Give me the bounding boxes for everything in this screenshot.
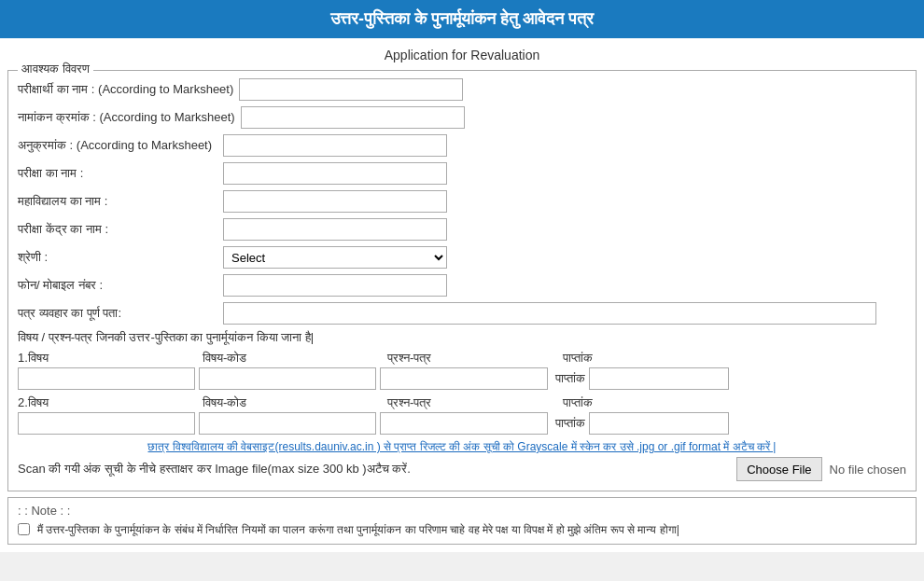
college-row: महाविद्यालय का नाम :	[18, 190, 906, 213]
scan-row: Scan की गयी अंक सूची के नीचे हस्ताक्षर क…	[18, 457, 906, 481]
subject2-prashan-header: प्रश्न-पत्र	[387, 395, 555, 410]
roll-row: अनुक्रमांक : (According to Marksheet)	[18, 134, 906, 157]
college-input[interactable]	[223, 190, 447, 213]
subject1-praptank-input[interactable]	[589, 367, 729, 390]
subject2-praptank-header: पाप्तांक	[563, 395, 593, 410]
mobile-input[interactable]	[223, 274, 447, 297]
note-label: : : Note : :	[18, 504, 906, 518]
category-row: श्रेणी : Select General OBC SC ST	[18, 246, 906, 269]
note-checkbox[interactable]	[18, 523, 30, 535]
enrollment-row: नामांकन क्रमांक : (According to Markshee…	[18, 106, 906, 129]
category-select[interactable]: Select General OBC SC ST	[223, 246, 447, 269]
enrollment-input[interactable]	[241, 106, 465, 129]
address-label: पत्र व्यवहार का पूर्ण पता:	[18, 306, 223, 321]
subject-row1-inputs: पाप्तांक	[18, 367, 906, 390]
college-label: महाविद्यालय का नाम :	[18, 194, 223, 209]
header-english: Application for Revaluation	[7, 42, 917, 66]
mobile-row: फोन/ मोबाइल नंबर :	[18, 274, 906, 297]
center-input[interactable]	[223, 218, 447, 241]
subject1-code-input[interactable]	[199, 367, 376, 390]
roll-label: अनुक्रमांक : (According to Marksheet)	[18, 138, 223, 153]
address-row: पत्र व्यवहार का पूर्ण पता:	[18, 302, 906, 325]
file-chosen-text: No file chosen	[830, 463, 906, 477]
note-text: मैं उत्तर-पुस्तिका के पुनार्मूयांकन के स…	[37, 521, 679, 538]
subject2-praptank-input[interactable]	[589, 412, 729, 435]
subject2-vishay-header: 2.विषय	[18, 395, 195, 410]
subjects-header: विषय / प्रश्न-पत्र जिनकी उत्तर-पुस्तिका …	[18, 330, 906, 345]
subject2-praptank-label2: पाप्तांक	[555, 416, 585, 431]
subject2-code-header: विषय-कोड	[203, 395, 380, 410]
center-label: परीक्षा केंद्र का नाम :	[18, 222, 223, 237]
scan-text: Scan की गयी अंक सूची के नीचे हस्ताक्षर क…	[18, 462, 729, 477]
note-section: : : Note : : मैं उत्तर-पुस्तिका के पुनार…	[7, 497, 917, 545]
header-hindi: उत्तर-पुस्तिका के पुनार्मूयांकन हेतु आवे…	[0, 0, 924, 38]
name-input[interactable]	[239, 78, 463, 101]
exam-input[interactable]	[223, 162, 447, 185]
center-row: परीक्षा केंद्र का नाम :	[18, 218, 906, 241]
section-legend: आवश्यक विवरण	[18, 62, 93, 76]
subject2-prashan-input[interactable]	[380, 412, 548, 435]
link-info[interactable]: छात्र विश्वविद्यालय की वेबसाइट(results.d…	[18, 440, 906, 453]
name-row: परीक्षार्थी का नाम : (According to Marks…	[18, 78, 906, 101]
subject2-code-input[interactable]	[199, 412, 376, 435]
mobile-label: फोन/ मोबाइल नंबर :	[18, 278, 223, 293]
address-input[interactable]	[223, 302, 876, 325]
subject1-praptank-header: पाप्तांक	[563, 351, 593, 366]
subject1-praptank-label2: पाप्तांक	[555, 371, 585, 386]
choose-file-button[interactable]: Choose File	[736, 457, 821, 481]
subject-row2-inputs: पाप्तांक	[18, 412, 906, 435]
subject-row2-labels: 2.विषय विषय-कोड प्रश्न-पत्र पाप्तांक	[18, 395, 906, 410]
subject1-vishay-header: 1.विषय	[18, 351, 195, 366]
name-label: परीक्षार्थी का नाम : (According to Marks…	[18, 82, 239, 97]
subject2-vishay-input[interactable]	[18, 412, 195, 435]
exam-row: परीक्षा का नाम :	[18, 162, 906, 185]
subject-row1-labels: 1.विषय विषय-कोड प्रश्न-पत्र पाप्तांक	[18, 351, 906, 366]
note-checkbox-row: मैं उत्तर-पुस्तिका के पुनार्मूयांकन के स…	[18, 521, 906, 538]
subject1-vishay-input[interactable]	[18, 367, 195, 390]
main-section: आवश्यक विवरण परीक्षार्थी का नाम : (Accor…	[7, 70, 917, 491]
exam-label: परीक्षा का नाम :	[18, 166, 223, 181]
subject1-code-header: विषय-कोड	[203, 351, 380, 366]
category-label: श्रेणी :	[18, 250, 223, 265]
enrollment-label: नामांकन क्रमांक : (According to Markshee…	[18, 110, 241, 125]
subject1-prashan-header: प्रश्न-पत्र	[387, 351, 555, 366]
subject1-prashan-input[interactable]	[380, 367, 548, 390]
roll-input[interactable]	[223, 134, 447, 157]
